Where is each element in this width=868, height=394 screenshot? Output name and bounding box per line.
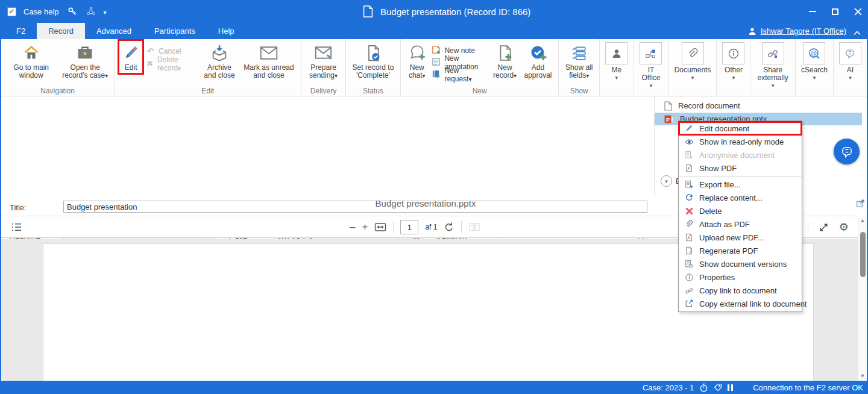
new-record-button[interactable]: New record — [489, 41, 520, 81]
collapse-ribbon-chevron-icon[interactable] — [854, 28, 861, 37]
menu-item-properties[interactable]: Properties — [679, 270, 802, 284]
record-document-row[interactable]: Record document — [655, 99, 862, 112]
tab-f2[interactable]: F2 — [5, 23, 37, 39]
add-approval-button[interactable]: Add approval — [520, 41, 556, 81]
fit-width-icon[interactable] — [374, 222, 386, 232]
rotate-icon[interactable] — [444, 222, 454, 233]
open-in-window-icon[interactable] — [819, 222, 829, 233]
minimize-button[interactable] — [809, 11, 816, 12]
mark-unread-close-button[interactable]: Mark as unread and close — [239, 41, 298, 81]
chat-bubble-icon — [408, 42, 426, 64]
menu-item-show-read-only[interactable]: Show in read-only mode — [679, 135, 802, 148]
group-label-new: New — [401, 87, 558, 95]
regenerate-pdf-icon — [684, 246, 694, 255]
menu-item-copy-link[interactable]: Copy link to document — [679, 284, 802, 297]
key-icon[interactable] — [66, 5, 78, 17]
scroll-down-arrow-icon[interactable]: ▼ — [858, 373, 867, 379]
cancel-button[interactable]: ↶ Cancel — [146, 46, 197, 56]
open-records-case-button[interactable]: Open the record's case — [58, 41, 112, 81]
menu-item-attach-as-pdf[interactable]: Attach as PDF — [679, 217, 802, 231]
note-icon — [432, 45, 441, 55]
documents-caret-icon — [691, 75, 694, 81]
statusbar-case-label: Case: 2023 - 1 — [643, 383, 694, 392]
menu-item-copy-external-link[interactable]: Copy external link to document — [679, 297, 802, 310]
new-record-icon — [497, 42, 514, 64]
user-link[interactable]: Ishwar Tagore (IT Office) — [761, 27, 846, 36]
set-record-complete-button[interactable]: Set record to 'Complete' — [348, 41, 398, 81]
tag-icon[interactable] — [714, 383, 722, 392]
case-help-checkbox[interactable]: ✔ — [7, 7, 16, 16]
field-list-icon — [571, 42, 588, 64]
ribbon: Go to main window Open the record's case… — [1, 39, 867, 96]
tab-help[interactable]: Help — [207, 23, 246, 39]
briefcase-icon — [76, 42, 94, 64]
ai-assistant-fab[interactable] — [834, 139, 860, 164]
go-to-main-window-button[interactable]: Go to main window — [4, 41, 58, 81]
new-chat-button[interactable]: New chat — [403, 41, 430, 81]
menu-item-export-file[interactable]: Export file... — [679, 178, 802, 191]
other-button[interactable]: Other — [717, 39, 750, 96]
group-label-delivery: Delivery — [301, 87, 345, 95]
delete-record-button[interactable]: ✖ Delete record — [146, 58, 197, 69]
facing-pages-icon[interactable] — [468, 222, 480, 232]
quick-access-caret-icon[interactable] — [104, 7, 107, 16]
statusbar: Case: 2023 - 1 Connection to the F2 serv… — [0, 381, 868, 394]
zoom-out-button[interactable]: – — [350, 221, 355, 233]
powerpoint-file-icon: P — [664, 114, 674, 124]
tab-participants[interactable]: Participants — [143, 23, 207, 39]
archive-and-close-button[interactable]: Archive and close — [200, 41, 239, 81]
menu-item-regenerate-pdf[interactable]: Regenerate PDF — [679, 244, 802, 257]
document-versions-icon — [684, 259, 694, 269]
ai-brain-icon — [839, 42, 861, 64]
expand-section-chevron[interactable] — [661, 175, 672, 187]
quick-access-toolbar: ✔ Case help — [7, 0, 107, 23]
share-externally-button[interactable]: Share externally — [750, 39, 796, 96]
pdf-icon — [684, 163, 694, 173]
zoom-in-button[interactable]: + — [362, 221, 368, 233]
distribution-icon[interactable] — [86, 6, 96, 17]
scrollbar-thumb[interactable] — [860, 232, 866, 277]
menu-item-upload-new-pdf[interactable]: Upload new PDF... — [679, 231, 802, 244]
csearch-button[interactable]: @ cSearch — [796, 39, 834, 96]
menu-item-show-document-versions[interactable]: Show document versions — [679, 257, 802, 270]
menu-item-anonymise-document[interactable]: Anonymise document — [679, 148, 802, 161]
f2-record-window: ✔ Case help Budget presentation (Record … — [0, 0, 868, 394]
me-button[interactable]: Me — [600, 39, 634, 96]
person-icon — [605, 42, 627, 64]
documents-button[interactable]: Documents — [669, 39, 717, 96]
ai-button[interactable]: AI — [834, 39, 867, 96]
preview-scrollbar[interactable]: ▲ ▼ — [858, 216, 867, 381]
prepare-sending-button[interactable]: Prepare sending — [304, 41, 343, 81]
maximize-button[interactable] — [832, 8, 838, 15]
ribbon-group-status: Set record to 'Complete' Status — [346, 39, 401, 96]
scroll-up-arrow-icon[interactable]: ▲ — [858, 217, 867, 224]
ribbon-tabs: F2 Record Advanced Participants Help Ish… — [0, 23, 868, 39]
close-button[interactable] — [854, 8, 862, 16]
share-caret-icon — [772, 83, 775, 89]
it-office-caret-icon — [650, 83, 653, 89]
pause-icon[interactable] — [728, 384, 733, 391]
ribbon-group-new: New chat New note New annotation — [401, 39, 559, 96]
request-book-icon — [432, 69, 441, 80]
page-number-input[interactable] — [400, 220, 418, 234]
menu-item-show-pdf[interactable]: Show PDF — [679, 161, 802, 175]
menu-item-replace-content[interactable]: Replace content... — [679, 191, 802, 204]
edit-pencil-icon — [122, 42, 139, 64]
thumbnail-panel-toggle-icon[interactable] — [11, 222, 22, 234]
record-document-icon — [363, 5, 373, 18]
stopwatch-icon[interactable] — [699, 383, 708, 392]
gear-icon[interactable]: ⚙ — [839, 220, 849, 234]
tab-advanced[interactable]: Advanced — [85, 23, 143, 39]
edit-pencil-icon — [684, 124, 694, 133]
panel-expand-icon[interactable] — [856, 199, 865, 210]
it-office-button[interactable]: IT Office — [634, 39, 668, 96]
tab-record[interactable]: Record — [37, 23, 85, 39]
document-icon — [664, 101, 672, 111]
show-all-fields-button[interactable]: Show all fields — [561, 41, 597, 81]
preview-window-controls: ⚙ — [808, 216, 849, 238]
menu-item-delete[interactable]: Delete — [679, 204, 802, 217]
menu-item-edit-document[interactable]: Edit document — [679, 122, 802, 135]
edit-button[interactable]: Edit — [118, 39, 144, 75]
group-label-show: Show — [559, 87, 599, 95]
new-request-button[interactable]: New request — [432, 69, 487, 80]
